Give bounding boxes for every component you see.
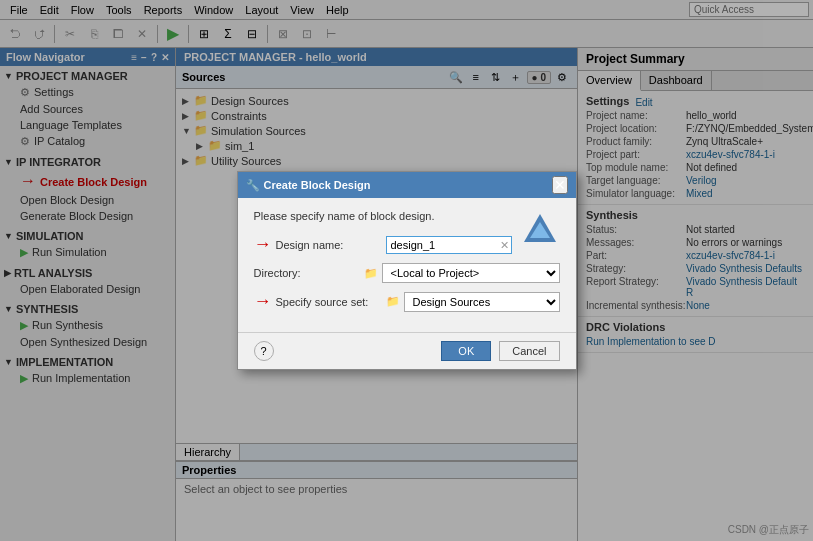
form-source-wrap: 📁 Design Sources <box>386 292 560 312</box>
directory-select[interactable]: <Local to Project> <box>382 263 560 283</box>
modal-body: Please specify name of block design. → D… <box>238 198 576 332</box>
modal-title-text: Create Block Design <box>264 179 371 191</box>
modal-description: Please specify name of block design. <box>254 210 560 222</box>
form-red-arrow-source-icon: → <box>254 291 272 312</box>
modal-title-content: 🔧 Create Block Design <box>246 179 371 192</box>
form-label-design-name: Design name: <box>276 239 386 251</box>
modal-help-btn[interactable]: ? <box>254 341 274 361</box>
source-set-select[interactable]: Design Sources <box>404 292 560 312</box>
modal-ok-btn[interactable]: OK <box>441 341 491 361</box>
form-label-source-set: Specify source set: <box>276 296 386 308</box>
form-directory-wrap: 📁 <Local to Project> <box>364 263 560 283</box>
form-input-clear-icon[interactable]: ✕ <box>500 238 509 251</box>
form-row-directory: Directory: 📁 <Local to Project> <box>254 263 560 283</box>
form-label-directory: Directory: <box>254 267 364 279</box>
modal-overlay: 🔧 Create Block Design ✕ Please specify n… <box>0 0 813 541</box>
modal-title-bar: 🔧 Create Block Design ✕ <box>238 172 576 198</box>
source-folder-icon: 📁 <box>386 295 400 308</box>
form-row-design-name: → Design name: ✕ <box>254 234 512 255</box>
form-row-source-set: → Specify source set: 📁 Design Sources <box>254 291 560 312</box>
modal-title-icon: 🔧 <box>246 179 260 192</box>
watermark: CSDN @正点原子 <box>728 523 809 537</box>
modal-close-btn[interactable]: ✕ <box>552 176 568 194</box>
design-name-input[interactable] <box>386 236 512 254</box>
directory-folder-icon: 📁 <box>364 267 378 280</box>
form-input-wrap-design: ✕ <box>386 236 512 254</box>
modal-cancel-btn[interactable]: Cancel <box>499 341 559 361</box>
create-block-design-modal: 🔧 Create Block Design ✕ Please specify n… <box>237 171 577 370</box>
modal-footer: ? OK Cancel <box>238 332 576 369</box>
form-red-arrow-icon: → <box>254 234 272 255</box>
vivado-logo <box>520 210 560 250</box>
